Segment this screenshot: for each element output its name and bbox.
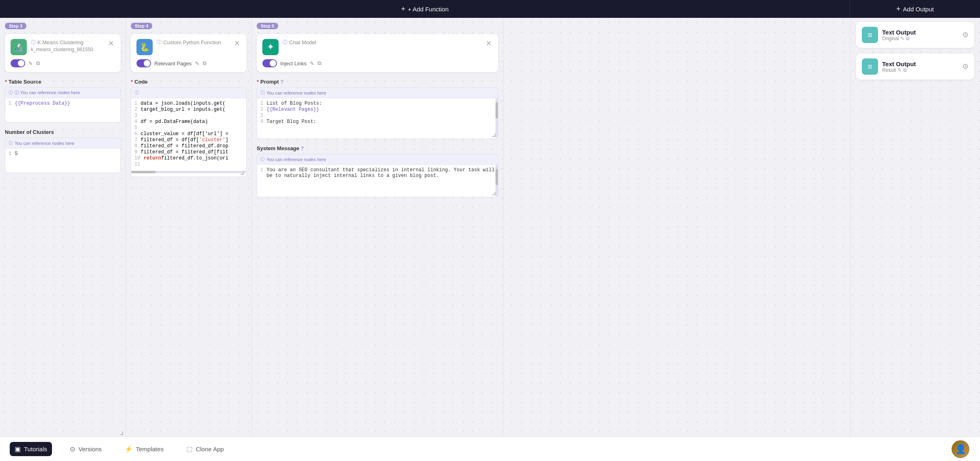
python-edit-icon[interactable]: ✎ xyxy=(195,60,199,67)
info-icon-kmeans: ⓘ xyxy=(31,39,36,46)
code-section: * Code ⓘ 1data = json.loads(inputs.get( … xyxy=(131,79,247,177)
required-star-code: * xyxy=(131,79,133,85)
add-output-button[interactable]: + Add Output xyxy=(850,0,980,18)
table-source-value: {{Preprocess Data}} xyxy=(15,101,70,106)
chat-model-name: Chat Model xyxy=(289,39,316,45)
system-vscrollbar-thumb[interactable] xyxy=(495,169,498,185)
canvas: Step 3 🔬 ⓘ K Means Clustering k_means_cl… xyxy=(0,18,980,437)
output-icon-2: ≡ xyxy=(862,58,878,75)
clone-app-button[interactable]: ⬚ Clone App xyxy=(182,442,229,456)
versions-button[interactable]: ⊙ Versions xyxy=(65,442,107,456)
system-vscrollbar[interactable] xyxy=(495,165,498,197)
add-output-label: Add Output xyxy=(903,6,934,13)
add-function-button[interactable]: + + Add Function xyxy=(0,0,850,18)
system-message-section: System Message ? ⓘ You can reference nod… xyxy=(257,145,498,197)
table-source-label: * Table Source xyxy=(5,79,121,85)
output-gear-2[interactable]: ⚙ xyxy=(962,62,969,71)
tutorials-button[interactable]: ▣ Tutorials xyxy=(10,442,52,456)
avatar: 👤 xyxy=(951,439,970,459)
output-info-1: Text Output Original ✎ ⧉ xyxy=(882,29,916,41)
python-label: Relevant Pages xyxy=(154,60,192,67)
prompt-section: * Prompt ? ⓘ You can reference nodes her… xyxy=(257,79,498,139)
table-source-hint: ⓘ ⓘ You can reference nodes here xyxy=(5,87,121,98)
table-source-section: * Table Source ⓘ ⓘ You can reference nod… xyxy=(5,79,121,123)
clone-app-label: Clone App xyxy=(196,446,224,452)
system-message-label: System Message ? xyxy=(257,145,498,151)
prompt-resize[interactable] xyxy=(492,134,495,137)
chat-model-card: ✦ ⓘ Chat Model ✕ Inject Links ✎ ⧉ xyxy=(257,34,498,72)
clusters-section: Number of Clusters ⓘ You can reference n… xyxy=(5,129,121,173)
tutorials-label: Tutorials xyxy=(24,446,47,452)
output-card-2: ≡ Text Output Result ✎ ⧉ ⚙ xyxy=(856,54,974,80)
k-means-sub: k_means_clustering_861550 xyxy=(31,47,103,52)
output-card-1: ≡ Text Output Original ✎ ⧉ ⚙ xyxy=(856,22,974,48)
clusters-value: 5 xyxy=(15,151,17,157)
bottom-bar: ▣ Tutorials ⊙ Versions ⚡ Templates ⬚ Clo… xyxy=(0,437,980,461)
plus-icon: + xyxy=(401,5,405,13)
python-close-button[interactable]: ✕ xyxy=(233,39,241,48)
output-icon-1: ≡ xyxy=(862,27,878,43)
output-edit-1[interactable]: ✎ xyxy=(900,36,904,41)
clusters-resize[interactable] xyxy=(120,432,123,435)
system-resize[interactable] xyxy=(492,192,495,195)
prompt-label: * Prompt ? xyxy=(257,79,498,85)
chat-model-copy-icon[interactable]: ⧉ xyxy=(318,60,321,67)
prompt-help-icon: ? xyxy=(281,79,283,85)
info-icon-table: ⓘ xyxy=(9,90,13,96)
output-copy-2[interactable]: ⧉ xyxy=(903,67,907,73)
templates-button[interactable]: ⚡ Templates xyxy=(120,442,169,456)
code-resize[interactable] xyxy=(240,172,244,175)
templates-icon: ⚡ xyxy=(125,445,133,453)
output-sub-1: Original ✎ ⧉ xyxy=(882,36,916,41)
info-icon-python: ⓘ xyxy=(157,39,162,46)
canvas-spacer xyxy=(504,18,850,437)
step-5-column: Step 5 ✦ ⓘ Chat Model ✕ Inject Links ✎ ⧉ xyxy=(252,18,504,437)
chat-model-icon: ✦ xyxy=(262,39,279,55)
output-panel: ≡ Text Output Original ✎ ⧉ ⚙ ≡ Text Outp… xyxy=(850,18,980,437)
k-means-close-button[interactable]: ✕ xyxy=(107,39,115,48)
code-hscrollbar[interactable] xyxy=(131,171,246,173)
table-source-input[interactable]: 1 {{Preprocess Data}} xyxy=(5,98,121,123)
k-means-copy-icon[interactable]: ⧉ xyxy=(36,60,40,67)
k-means-icon: 🔬 xyxy=(11,39,27,55)
prompt-vscrollbar-thumb[interactable] xyxy=(495,102,498,118)
chat-model-close-button[interactable]: ✕ xyxy=(485,39,493,48)
clusters-label: Number of Clusters xyxy=(5,129,121,135)
python-name: Custom Python Function xyxy=(163,39,221,45)
output-title-2: Text Output xyxy=(882,60,916,67)
output-edit-2[interactable]: ✎ xyxy=(898,67,902,73)
output-copy-1[interactable]: ⧉ xyxy=(906,36,910,41)
output-sub-2: Result ✎ ⧉ xyxy=(882,67,916,73)
output-info-2: Text Output Result ✎ ⧉ xyxy=(882,60,916,73)
python-toggle[interactable] xyxy=(136,59,151,67)
chat-model-label: Inject Links xyxy=(280,60,307,67)
step-4-badge: Step 4 xyxy=(131,23,152,29)
code-label: * Code xyxy=(131,79,247,85)
chat-model-toggle[interactable] xyxy=(262,59,277,67)
code-hscrollbar-thumb[interactable] xyxy=(131,171,156,173)
info-icon-code: ⓘ xyxy=(134,90,139,96)
clusters-hint: ⓘ You can reference nodes here xyxy=(5,138,121,149)
k-means-edit-icon[interactable]: ✎ xyxy=(28,60,33,67)
templates-label: Templates xyxy=(136,446,164,452)
clusters-input[interactable]: 1 5 xyxy=(5,149,121,173)
python-copy-icon[interactable]: ⧉ xyxy=(203,60,206,67)
system-message-input[interactable]: 1You are an SEO consultant that speciali… xyxy=(257,165,498,197)
k-means-toggle[interactable] xyxy=(11,59,25,67)
tutorials-icon: ▣ xyxy=(15,445,21,453)
output-gear-1[interactable]: ⚙ xyxy=(962,30,969,39)
chat-model-edit-icon[interactable]: ✎ xyxy=(310,60,314,67)
chat-model-title-area: ⓘ Chat Model xyxy=(283,39,481,47)
line-num-1: 1 xyxy=(9,101,11,106)
info-icon-chat: ⓘ xyxy=(283,39,288,46)
step-5-badge: Step 5 xyxy=(257,23,278,29)
step-3-column: Step 3 🔬 ⓘ K Means Clustering k_means_cl… xyxy=(0,18,126,437)
info-icon-clusters: ⓘ xyxy=(9,140,13,146)
output-title-1: Text Output xyxy=(882,29,916,36)
prompt-vscrollbar[interactable] xyxy=(495,98,498,138)
code-hint: ⓘ xyxy=(131,87,247,98)
python-card: 🐍 ⓘ Custom Python Function ✕ Relevant Pa… xyxy=(131,34,247,72)
prompt-input[interactable]: 1List of Blog Posts: 2{{Relevant Pages}}… xyxy=(257,98,498,139)
k-means-name: K Means Clustering xyxy=(37,39,83,45)
code-editor[interactable]: 1data = json.loads(inputs.get( 2target_b… xyxy=(131,98,247,177)
